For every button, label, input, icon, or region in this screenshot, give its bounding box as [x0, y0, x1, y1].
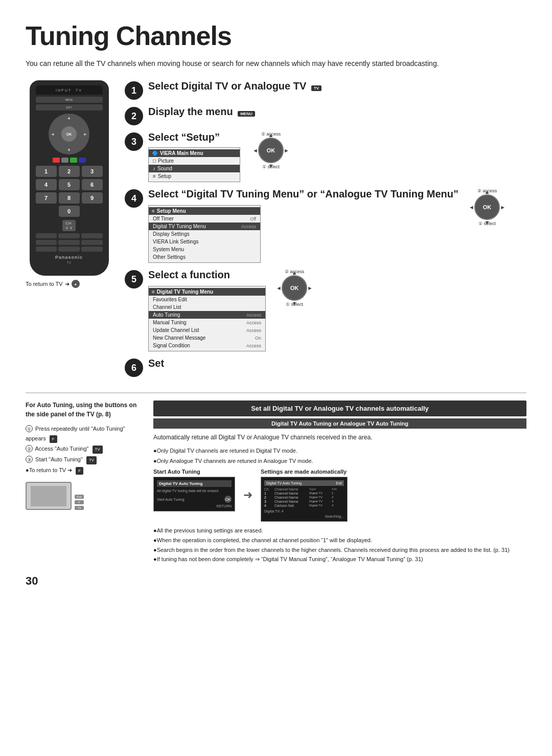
ok-btn-left: ◄: [252, 147, 258, 153]
misc-3[interactable]: [81, 233, 103, 238]
step5-item-5: New Channel Message On: [149, 334, 265, 342]
misc-2[interactable]: [58, 233, 80, 238]
tv-screen-img: [26, 482, 72, 510]
step-1: 1 Select Digital TV or Analogue TV TV: [125, 80, 526, 100]
dpad-right[interactable]: ►: [83, 132, 87, 137]
step5-item-2: Auto Tuning Access: [149, 311, 265, 319]
num-9[interactable]: 9: [82, 192, 103, 204]
misc-7[interactable]: [36, 247, 57, 252]
step-4-title: Select “Digital TV Tuning Menu” or “Anal…: [148, 188, 458, 200]
green-btn[interactable]: [61, 158, 68, 163]
exit-icon: ●: [72, 280, 80, 288]
start-row: Start Auto Tuning OK: [157, 496, 232, 503]
start-auto-label: Start Auto Tuning: [153, 469, 235, 475]
dpad-down[interactable]: ▼: [67, 148, 71, 152]
tv-badge-left-4: F: [76, 467, 83, 475]
num-6[interactable]: 6: [82, 179, 103, 190]
exit-btn[interactable]: EXIT: [36, 104, 103, 110]
auto-tuning-description: Automatically retune all Digital TV or A…: [153, 433, 526, 442]
step5-item-0: Favourites Edit: [149, 296, 265, 303]
start-tuning-block: Start Auto Tuning Digital TV Auto Tuning…: [153, 469, 235, 522]
step-5-ok-btn: ▲ OK ▼ ◄ ►: [282, 275, 307, 301]
step-6: 6 Set: [125, 358, 526, 377]
brand-logo: Panasonic: [36, 255, 103, 260]
ok-btn-down: ▼: [268, 163, 274, 169]
result-row-4: 4 Cartoon Net. Digital TV 4: [264, 504, 344, 507]
step5-item-4: Update Channel List Access: [149, 326, 265, 334]
ok-arrow-between: ➜: [243, 488, 252, 502]
tv-side-btn-f[interactable]: F: [75, 500, 84, 504]
num-7[interactable]: 7: [36, 192, 57, 204]
num-0[interactable]: 0: [59, 206, 80, 217]
step-4-content: Select “Digital TV Tuning Menu” or “Anal…: [148, 188, 526, 263]
num-3[interactable]: 3: [82, 166, 103, 177]
digital-tv-count: Digital TV: 4: [264, 509, 344, 513]
step-4-ok-btn: ▲ OK ▼ ◄ ►: [474, 194, 500, 220]
result-row-3: 3 Channel Name Digital TV 3: [264, 500, 344, 503]
misc-9[interactable]: [81, 247, 103, 252]
misc-6[interactable]: [81, 240, 103, 245]
menu-btn[interactable]: MENU: [36, 97, 103, 103]
step-3-ok-diagram: ② access ▲ OK ▼ ◄ ► ① select: [250, 131, 291, 169]
step-3-title: Select “Setup”: [148, 131, 240, 143]
step-4-menu-title: ≡ Setup Menu: [149, 207, 260, 215]
page-title: Tuning Channels: [26, 20, 526, 51]
dpad-up[interactable]: ▲: [67, 116, 71, 120]
page-number: 30: [26, 574, 526, 588]
tuning-ok-btn[interactable]: OK: [224, 496, 232, 503]
num-5[interactable]: 5: [59, 179, 80, 190]
red-btn[interactable]: [53, 158, 60, 163]
color-buttons: [36, 158, 103, 163]
misc-8[interactable]: [58, 247, 80, 252]
step-1-title: Select Digital TV or Analogue TV TV: [148, 80, 526, 92]
start-auto-col: Start Auto Tuning Digital TV Auto Tuning…: [153, 469, 526, 522]
step-2-content: Display the menu MENU: [148, 106, 526, 120]
misc-5[interactable]: [58, 240, 80, 245]
step-3-menu: 🔷 VIERA Main Menu □ Picture ♪ Sound ≡ Se…: [148, 147, 240, 182]
tv-side-btn-tv[interactable]: TV: [75, 506, 84, 510]
auto-bullet-1: ●Only Digital TV channels are retuned in…: [153, 447, 526, 456]
ch-down[interactable]: ∨: [70, 226, 73, 230]
step-2: 2 Display the menu MENU: [125, 106, 526, 125]
ok-btn-up: ▲: [268, 132, 274, 138]
left-heading: For Auto Tuning, using the buttons on th…: [26, 401, 143, 419]
ch-label: CH ∧ ∨: [62, 220, 76, 231]
misc-4[interactable]: [36, 240, 57, 245]
return-label: RETURN: [157, 504, 232, 508]
num-4[interactable]: 4: [36, 179, 57, 190]
misc-1[interactable]: [36, 233, 57, 238]
tv-badge-left-1: F: [50, 435, 57, 443]
menu-item-sound: ♪ Sound: [149, 165, 240, 172]
dpad-left[interactable]: ◄: [51, 132, 55, 137]
start-tuning-screen: Digital TV Auto Tuning All digital TV tu…: [153, 477, 235, 512]
ch-up[interactable]: ∧: [65, 226, 68, 230]
num-8[interactable]: 8: [59, 192, 80, 204]
ok-btn-right: ►: [284, 147, 289, 153]
num-1[interactable]: 1: [36, 166, 57, 177]
results-block: Settings are made automatically Digital …: [261, 469, 348, 522]
tuning-screen-title: Digital TV Auto Tuning: [157, 480, 232, 487]
tv-badge-1: TV: [311, 85, 321, 91]
step4-item-1: Digital TV Tuning Menu Access: [149, 223, 260, 230]
ch-row: CH ∧ ∨: [36, 220, 103, 231]
yellow-btn[interactable]: [70, 158, 77, 163]
step-3: 3 Select “Setup” 🔷 VIERA Main Menu □ Pic…: [125, 131, 526, 182]
ok-btn[interactable]: OK: [61, 126, 77, 142]
intro-text: You can retune all the TV channels when …: [26, 58, 486, 69]
step-3-ok-btn: ▲ OK ▼ ◄ ►: [258, 138, 284, 163]
remote-column: INPUT TV MENU EXIT OK ▲ ▼ ◄ ►: [26, 80, 112, 383]
tv-side-buttons: Exit F TV: [75, 495, 84, 510]
step5-item-6: Signal Condition Access: [149, 342, 265, 349]
searching-label: Searching...: [264, 515, 344, 518]
tv-illustration: Exit F TV: [26, 482, 143, 510]
auto-tuning-heading: Set all Digital TV or Analogue TV channe…: [153, 401, 526, 416]
left-step-1: ① Press repeatedly until "Auto Tuning" a…: [26, 424, 143, 443]
step-4-ok-diagram: ② access ▲ OK ▼ ◄ ► ① select: [467, 188, 508, 226]
blue-btn[interactable]: [79, 158, 86, 163]
bottom-section: For Auto Tuning, using the buttons on th…: [26, 392, 526, 564]
tv-side-btn-exit[interactable]: Exit: [75, 495, 84, 499]
menu-item-setup: ≡ Setup: [149, 172, 240, 180]
num-2[interactable]: 2: [59, 166, 80, 177]
menu-item-picture: □ Picture: [149, 157, 240, 165]
input-label: INPUT: [56, 88, 72, 92]
